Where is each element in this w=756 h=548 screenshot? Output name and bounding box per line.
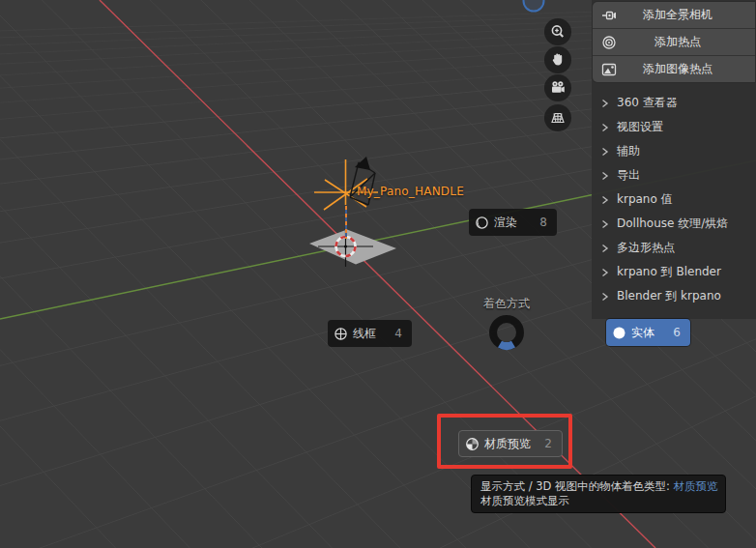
object-name-label: My_Pano_HANDLE xyxy=(357,185,464,198)
panorama-camera-icon xyxy=(593,9,625,22)
material-sphere-icon xyxy=(459,437,484,451)
zoom-button[interactable] xyxy=(544,18,571,45)
pie-option-solid[interactable]: 实体 6 xyxy=(606,319,690,346)
pie-ring-widget[interactable] xyxy=(493,319,520,346)
sidebar-sections: 360 查看器视图设置辅助导出krpano 值Dollhouse 纹理/烘焙多边… xyxy=(592,91,756,308)
pie-option-material-preview[interactable]: 材质预览 2 xyxy=(458,430,563,457)
pie-option-shortcut: 8 xyxy=(539,216,547,229)
sidebar-section-label: krpano 值 xyxy=(617,191,673,208)
sidebar-section-7[interactable]: krpano 到 Blender xyxy=(592,260,756,284)
tooltip-line1: 显示方式 / 3D 视图中的物体着色类型: 材质预览 xyxy=(480,479,716,494)
add-hotspot-button[interactable]: 添加热点 xyxy=(593,29,755,56)
sidebar-section-1[interactable]: 视图设置 xyxy=(592,115,756,139)
hand-icon xyxy=(549,51,567,69)
sidebar-section-4[interactable]: krpano 值 xyxy=(592,187,756,212)
pie-option-wireframe[interactable]: 线框 4 xyxy=(328,320,412,347)
chevron-right-icon xyxy=(600,244,612,253)
sidebar-section-label: 多边形热点 xyxy=(617,240,675,256)
tooltip: 显示方式 / 3D 视图中的物体着色类型: 材质预览 材质预览模式显示 xyxy=(471,475,726,513)
sidebar-section-label: 导出 xyxy=(617,167,640,184)
chevron-right-icon xyxy=(600,123,612,132)
camera-view-button[interactable] xyxy=(544,74,571,101)
wireframe-sphere-icon xyxy=(328,327,353,341)
add-image-hotspot-button[interactable]: 添加图像热点 xyxy=(593,56,755,82)
pie-menu-title: 着色方式 xyxy=(462,296,551,312)
button-label: 添加图像热点 xyxy=(625,61,755,77)
chevron-right-icon xyxy=(600,268,612,277)
sidebar-section-2[interactable]: 辅助 xyxy=(592,139,756,163)
chevron-right-icon xyxy=(600,171,612,181)
rendered-sphere-icon xyxy=(469,216,494,230)
pie-option-shortcut: 6 xyxy=(673,326,681,339)
pie-option-rendered[interactable]: 渲染 8 xyxy=(469,209,557,236)
pie-option-label: 线框 xyxy=(353,326,394,342)
hotspot-icon xyxy=(593,35,625,50)
sidebar-section-0[interactable]: 360 查看器 xyxy=(592,91,756,115)
sidebar-section-label: 视图设置 xyxy=(617,119,663,135)
magnifier-plus-icon xyxy=(549,23,567,41)
image-hotspot-icon xyxy=(593,62,625,77)
button-label: 添加热点 xyxy=(625,34,755,50)
add-panorama-camera-button[interactable]: 添加全景相机 xyxy=(593,2,755,29)
chevron-right-icon xyxy=(600,147,612,157)
tooltip-line1-text: 显示方式 / 3D 视图中的物体着色类型: xyxy=(480,479,674,493)
sidebar-section-6[interactable]: 多边形热点 xyxy=(592,236,756,260)
chevron-right-icon xyxy=(600,292,612,302)
button-label: 添加全景相机 xyxy=(625,7,755,23)
pan-button[interactable] xyxy=(544,46,571,73)
pie-option-label: 实体 xyxy=(631,325,673,341)
grid-icon xyxy=(549,109,567,127)
sidebar-section-label: 360 查看器 xyxy=(617,95,678,111)
pie-option-shortcut: 2 xyxy=(544,437,552,450)
pie-ring-highlight xyxy=(500,344,513,346)
sidebar-section-label: 辅助 xyxy=(617,143,640,159)
perspective-toggle-button[interactable] xyxy=(544,104,571,131)
chevron-right-icon xyxy=(600,99,612,108)
navigation-gizmo[interactable] xyxy=(524,0,544,12)
movie-camera-icon xyxy=(549,79,567,97)
sidebar-section-label: krpano 到 Blender xyxy=(617,264,721,280)
sidebar-section-label: Blender 到 krpano xyxy=(617,288,721,304)
sidebar-section-5[interactable]: Dollhouse 纹理/烘焙 xyxy=(592,212,756,236)
sidebar-section-8[interactable]: Blender 到 krpano xyxy=(592,284,756,308)
chevron-right-icon xyxy=(600,195,612,205)
tooltip-line1-value: 材质预览 xyxy=(674,479,718,493)
tooltip-line2: 材质预览模式显示 xyxy=(480,494,716,508)
sidebar-action-buttons: 添加全景相机 添加热点 添加图像热点 xyxy=(593,2,755,82)
sidebar-section-label: Dollhouse 纹理/烘焙 xyxy=(617,216,728,232)
pie-option-shortcut: 4 xyxy=(394,327,402,340)
pie-option-label: 渲染 xyxy=(494,215,539,231)
sidebar-panel: 添加全景相机 添加热点 添加图像热点 360 查看器视 xyxy=(592,0,756,319)
pie-option-label: 材质预览 xyxy=(484,436,544,452)
sidebar-section-3[interactable]: 导出 xyxy=(592,163,756,187)
chevron-right-icon xyxy=(600,219,612,229)
solid-sphere-icon xyxy=(606,326,631,340)
